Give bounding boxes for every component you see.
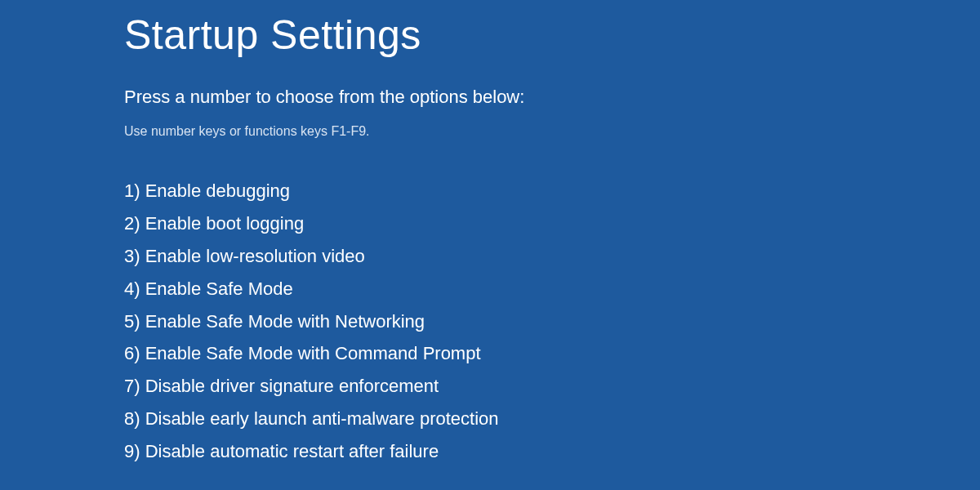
option-2[interactable]: 2) Enable boot logging (124, 211, 980, 237)
option-5[interactable]: 5) Enable Safe Mode with Networking (124, 309, 980, 335)
option-6[interactable]: 6) Enable Safe Mode with Command Prompt (124, 341, 980, 367)
option-7[interactable]: 7) Disable driver signature enforcement (124, 373, 980, 399)
option-9[interactable]: 9) Disable automatic restart after failu… (124, 439, 980, 465)
option-4[interactable]: 4) Enable Safe Mode (124, 276, 980, 302)
option-3[interactable]: 3) Enable low-resolution video (124, 243, 980, 270)
option-1[interactable]: 1) Enable debugging (124, 178, 980, 204)
hint-text: Use number keys or functions keys F1-F9. (124, 124, 980, 139)
option-8[interactable]: 8) Disable early launch anti-malware pro… (124, 406, 980, 432)
page-title: Startup Settings (124, 11, 980, 59)
instruction-text: Press a number to choose from the option… (124, 87, 980, 108)
options-list: 1) Enable debugging 2) Enable boot loggi… (124, 178, 980, 465)
